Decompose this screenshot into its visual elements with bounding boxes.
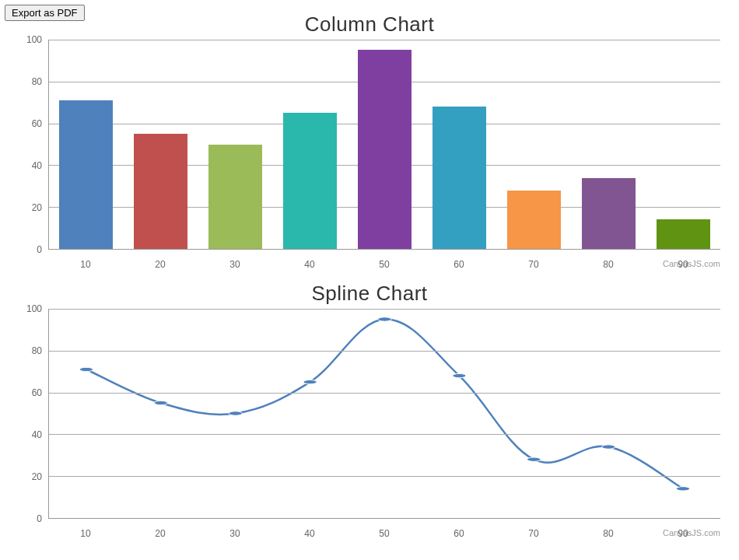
column-bar [582,178,636,249]
x-tick-label: 50 [379,528,389,539]
gridline [49,40,720,40]
y-tick-label: 0 [19,244,42,255]
spline-data-point [602,445,615,449]
x-tick-label: 70 [528,528,538,539]
spline-chart-y-axis: 020406080100 [19,309,45,519]
spline-data-point [79,367,93,371]
column-bar [134,134,187,249]
column-bar [657,219,710,249]
x-tick-label: 10 [80,259,90,270]
column-chart-attribution: CanvasJS.com [663,259,720,268]
x-tick-label: 30 [229,259,240,270]
spline-data-point [453,373,466,377]
spline-chart-line [49,309,720,518]
spline-data-point [676,487,689,491]
spline-path [86,319,683,488]
x-tick-label: 60 [454,528,464,539]
gridline [49,476,720,477]
y-tick-label: 60 [19,387,42,398]
gridline [49,351,720,352]
y-tick-label: 100 [19,34,42,45]
column-bar [283,113,337,249]
gridline [49,309,720,310]
y-tick-label: 20 [19,471,42,482]
gridline [49,393,720,394]
y-tick-label: 20 [19,202,42,213]
x-tick-label: 70 [528,259,538,270]
x-tick-label: 40 [304,528,314,539]
x-tick-label: 60 [454,259,464,270]
x-tick-label: 30 [229,528,240,539]
spline-data-point [229,411,242,415]
column-bar [358,50,412,249]
spline-data-point [527,457,541,461]
column-chart-title: Column Chart [16,12,723,37]
spline-chart: Spline Chart 020406080100 10203040506070… [16,282,723,546]
x-tick-label: 80 [603,259,613,270]
spline-chart-plot-area [48,309,720,519]
y-tick-label: 40 [19,160,42,171]
column-chart: Column Chart 020406080100 10203040506070… [16,12,723,277]
column-chart-plot-area [48,40,720,250]
y-tick-label: 40 [19,429,42,440]
x-tick-label: 80 [603,528,613,539]
spline-data-point [154,401,167,404]
y-tick-label: 60 [19,118,42,129]
spline-chart-attribution: CanvasJS.com [663,528,720,537]
x-tick-label: 40 [304,259,314,270]
column-bar [507,191,561,249]
spline-chart-x-axis: 102030405060708090 [48,523,720,542]
x-tick-label: 20 [155,259,165,270]
column-chart-y-axis: 020406080100 [19,40,45,250]
y-tick-label: 0 [19,513,42,524]
spline-chart-title: Spline Chart [16,282,723,306]
column-bar [208,145,262,250]
x-tick-label: 20 [155,528,165,539]
spline-data-point [303,380,317,383]
y-tick-label: 80 [19,345,42,356]
column-chart-x-axis: 102030405060708090 [48,254,720,273]
y-tick-label: 80 [19,76,42,87]
x-tick-label: 50 [379,259,389,270]
column-bar [433,107,486,249]
y-tick-label: 100 [19,303,42,314]
x-tick-label: 10 [80,528,90,539]
page-root: Export as PDF Column Chart 020406080100 … [0,0,739,560]
spline-data-point [378,317,391,321]
gridline [49,434,720,435]
column-bar [59,100,113,249]
